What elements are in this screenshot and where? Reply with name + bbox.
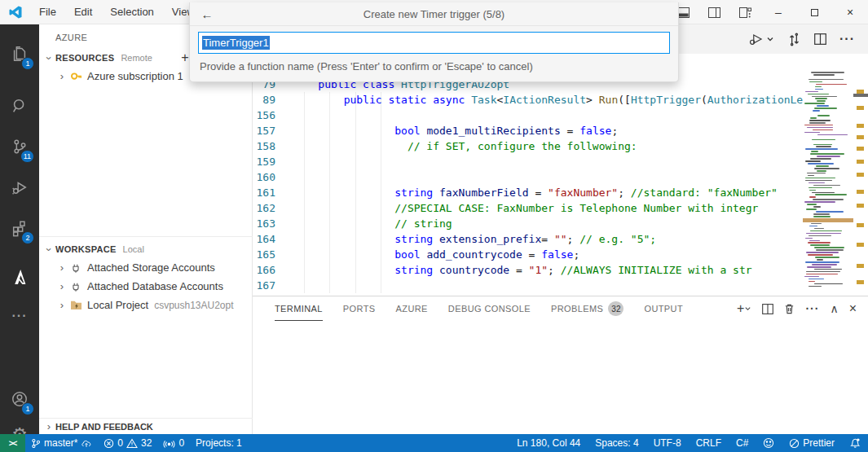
- cursor-position[interactable]: Ln 180, Col 44: [509, 434, 588, 452]
- workspace-section-header[interactable]: › WORKSPACE Local: [39, 240, 253, 258]
- code-line[interactable]: 162 //SPECIAL CASE: FaxNumber is Telepho…: [253, 200, 803, 216]
- vscode-logo-icon: [8, 5, 23, 20]
- chevron-down-icon: ›: [43, 243, 55, 256]
- tab-problems[interactable]: PROBLEMS32: [551, 296, 623, 321]
- projects-status[interactable]: Projects: 1: [190, 434, 248, 452]
- run-or-debug-button[interactable]: [748, 32, 774, 46]
- create-timer-trigger-dialog: ← Create new Timer trigger (5/8) TimerTr…: [189, 2, 679, 82]
- close-button[interactable]: ×: [832, 0, 868, 24]
- line-number[interactable]: 165: [253, 247, 287, 262]
- menu-selection[interactable]: Selection: [104, 3, 160, 20]
- compare-changes-icon[interactable]: [787, 33, 801, 46]
- formatter-status[interactable]: Prettier: [782, 434, 842, 452]
- tree-item-description: csvpush13AU2opt: [154, 300, 233, 311]
- customize-layout-icon[interactable]: [729, 0, 760, 24]
- vscode-window: File Edit Selection View Go – ×: [0, 0, 868, 452]
- forwarded-ports-count: 0: [178, 437, 184, 449]
- search-icon[interactable]: [0, 88, 39, 124]
- tree-item-attached-storage[interactable]: › Attached Storage Accounts: [39, 258, 253, 277]
- split-terminal-icon[interactable]: [762, 304, 773, 314]
- minimap[interactable]: [803, 72, 853, 293]
- maximize-panel-icon[interactable]: ∧: [830, 302, 838, 315]
- notifications-bell-icon[interactable]: [842, 434, 868, 452]
- code-line[interactable]: 165 bool add_countrycode = false;: [253, 247, 803, 262]
- feedback-smiley-icon[interactable]: [756, 434, 782, 452]
- overview-ruler[interactable]: [853, 72, 868, 293]
- tab-output[interactable]: OUTPUT: [644, 296, 683, 321]
- code-line[interactable]: 166 string countrycode = "1"; //ALWAYS I…: [253, 262, 803, 278]
- line-number[interactable]: 163: [253, 216, 287, 231]
- menu-file[interactable]: File: [33, 3, 63, 20]
- line-number[interactable]: 158: [253, 138, 287, 154]
- more-actions-icon[interactable]: ···: [805, 302, 819, 315]
- azure-sidebar: AZURE › RESOURCES Remote + › Azure subsc…: [39, 24, 253, 434]
- code-viewport[interactable]: 79 public class HttpTriggerAU2opt89 publ…: [253, 54, 868, 296]
- line-number[interactable]: 160: [253, 169, 287, 185]
- code-line[interactable]: 158 // if SET, configure the follwowing:: [253, 138, 803, 154]
- azure-icon[interactable]: [0, 259, 39, 295]
- tab-debug-console[interactable]: DEBUG CONSOLE: [448, 296, 531, 321]
- new-terminal-button[interactable]: +: [737, 301, 751, 316]
- eol-status[interactable]: CRLF: [689, 434, 729, 452]
- chevron-right-icon: ›: [55, 299, 68, 311]
- problems-badge: 32: [608, 301, 623, 316]
- extensions-icon[interactable]: 2: [0, 210, 39, 246]
- terminal-content[interactable]: [253, 321, 868, 434]
- code-line[interactable]: 167: [253, 278, 803, 293]
- tab-azure[interactable]: AZURE: [396, 296, 428, 321]
- run-and-debug-icon[interactable]: [0, 169, 39, 205]
- line-number[interactable]: 161: [253, 185, 287, 200]
- line-number[interactable]: 164: [253, 231, 287, 247]
- kill-terminal-trash-icon[interactable]: [784, 303, 795, 314]
- workspace-scope: Local: [123, 244, 144, 254]
- code-line[interactable]: 164 string extension_prefix= ""; // e.g.…: [253, 231, 803, 247]
- line-number[interactable]: 157: [253, 123, 287, 138]
- function-name-input[interactable]: TimerTrigger1: [198, 32, 670, 54]
- resources-label: RESOURCES: [55, 53, 114, 63]
- code-line[interactable]: 163 // string: [253, 216, 803, 231]
- more-actions-icon[interactable]: ···: [839, 32, 855, 46]
- code-line[interactable]: 159: [253, 154, 803, 169]
- maximize-button[interactable]: [796, 0, 832, 24]
- chevron-right-icon: ›: [55, 261, 68, 274]
- problems-status[interactable]: 0 32: [98, 434, 157, 452]
- line-number[interactable]: 167: [253, 278, 287, 293]
- indentation-status[interactable]: Spaces: 4: [588, 434, 645, 452]
- code-line[interactable]: 157 bool mode1_multiRecipients = false;: [253, 123, 803, 138]
- encoding-status[interactable]: UTF-8: [646, 434, 689, 452]
- remote-indicator[interactable]: ><: [0, 434, 25, 452]
- help-and-feedback-section[interactable]: › HELP AND FEEDBACK: [39, 418, 253, 434]
- tab-terminal[interactable]: TERMINAL: [275, 296, 323, 321]
- source-control-icon[interactable]: 11: [0, 129, 39, 165]
- line-number[interactable]: 156: [253, 108, 287, 123]
- explorer-badge: 1: [21, 57, 34, 70]
- code-line[interactable]: 160: [253, 169, 803, 185]
- language-mode[interactable]: C#: [729, 434, 756, 452]
- explorer-icon[interactable]: 1: [0, 36, 39, 72]
- close-panel-icon[interactable]: ×: [849, 301, 857, 316]
- back-arrow-icon[interactable]: ←: [198, 7, 216, 21]
- code-line[interactable]: 156: [253, 108, 803, 123]
- ports-status[interactable]: 0: [157, 434, 190, 452]
- line-number[interactable]: 166: [253, 262, 287, 278]
- dialog-title: Create new Timer trigger (5/8): [190, 8, 678, 20]
- panel-actions: + ··· ∧ ×: [737, 296, 857, 321]
- menu-edit[interactable]: Edit: [68, 3, 99, 20]
- key-icon: [68, 70, 83, 82]
- line-number[interactable]: 162: [253, 200, 287, 216]
- line-number[interactable]: 89: [253, 92, 287, 108]
- branch-status[interactable]: master*: [25, 434, 98, 452]
- split-editor-icon[interactable]: [814, 33, 826, 45]
- code-line[interactable]: 161 string faxNumberField = "faxNumber";…: [253, 185, 803, 200]
- tree-item-local-project[interactable]: › Local Project csvpush13AU2opt: [39, 296, 253, 314]
- line-number[interactable]: 159: [253, 154, 287, 169]
- more-views-icon[interactable]: ···: [0, 298, 39, 334]
- tree-item-attached-database[interactable]: › Attached Database Accounts: [39, 277, 253, 296]
- accounts-icon[interactable]: 1: [0, 381, 39, 417]
- code-line[interactable]: 89 public static async Task<IActionResul…: [253, 92, 803, 108]
- chevron-right-icon: ›: [55, 280, 68, 292]
- minimize-button[interactable]: –: [760, 0, 796, 24]
- tab-ports[interactable]: PORTS: [343, 296, 376, 321]
- toggle-secondary-sidebar-icon[interactable]: [698, 0, 729, 24]
- status-bar-right: Ln 180, Col 44 Spaces: 4 UTF-8 CRLF C# P…: [509, 434, 868, 452]
